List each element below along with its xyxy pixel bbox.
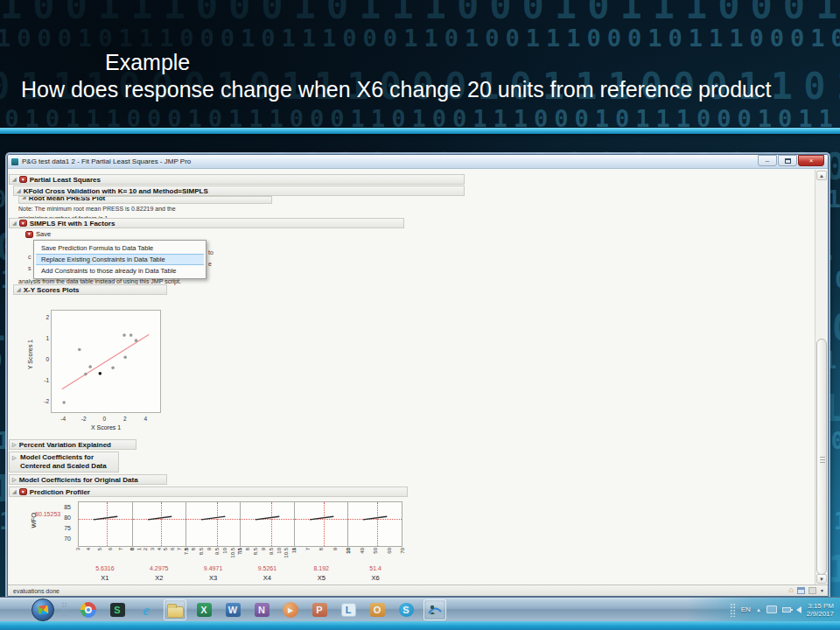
section-label: Prediction Profiler — [30, 488, 90, 496]
xy-scores-scatter[interactable] — [51, 310, 161, 413]
profiler-tick-cell: 7.588.599.51010.511 — [186, 548, 241, 564]
status-text: evaluations done — [13, 588, 60, 594]
y-tick-label: 0 — [46, 356, 49, 363]
window-titlebar[interactable]: P&G test data1 2 - Fit Partial Least Squ… — [8, 155, 828, 169]
profiler-x-tick-label: 5 — [163, 548, 168, 550]
word-icon[interactable]: W — [221, 599, 244, 620]
disclosure-closed-icon[interactable]: ▷ — [12, 477, 17, 482]
menu-item-highlighted[interactable]: Replace Existing Constraints in Data Tab… — [36, 254, 204, 265]
red-triangle-menu-icon[interactable]: ▼ — [19, 488, 27, 495]
save-menu-anchor[interactable]: ▼ Save — [25, 230, 51, 238]
scroll-down-button[interactable]: ▼ — [816, 574, 827, 584]
section-header-partial-least-squares[interactable]: ◢ ▼ Partial Least Squares — [9, 174, 465, 185]
volume-icon[interactable] — [796, 606, 802, 613]
section-header-root-mean-press-plot[interactable]: ◢ Root Mean PRESS Plot — [18, 196, 272, 204]
disclosure-open-icon[interactable]: ◢ — [12, 177, 17, 182]
language-indicator[interactable]: EN — [741, 606, 751, 613]
x-tick-label: -2 — [78, 416, 90, 422]
section-label: Root Mean PRESS Plot — [29, 196, 106, 202]
menu-item[interactable]: Save Prediction Formula to Data Table — [34, 242, 206, 254]
profiler-x-tick-label: 2 — [143, 548, 148, 550]
red-triangle-menu-icon[interactable]: ▼ — [25, 231, 33, 238]
clock[interactable]: 3:15 PM 2/9/2017 — [807, 602, 836, 618]
section-header-model-coeff-centered[interactable]: ▷ Model Coefficients for Centered and Sc… — [9, 452, 119, 472]
skype-icon[interactable]: S — [395, 599, 417, 620]
lync-icon[interactable]: L — [337, 599, 360, 620]
profiler-panel-x3[interactable] — [186, 501, 241, 547]
profiler-panel-x1[interactable] — [78, 501, 133, 547]
taskbar-grip — [61, 602, 67, 618]
profiler-tick-cell: 7.588.599.51010.511 — [240, 548, 294, 564]
minimize-button[interactable]: – — [758, 155, 777, 166]
profiler-current-value: 8.192 — [294, 565, 348, 571]
file-explorer-icon[interactable] — [164, 599, 186, 620]
profiler-factor-name: X2 — [132, 574, 186, 582]
system-tray: EN ▲ 3:15 PM 2/9/2017 — [730, 598, 840, 621]
profiler-response-value: 80.15253 — [35, 511, 60, 517]
profiler-panel-x5[interactable] — [294, 501, 349, 547]
maximize-button[interactable] — [778, 155, 797, 166]
home-icon[interactable]: ⌂ — [789, 586, 794, 594]
profiler-x-tick-label: 6 — [291, 548, 297, 550]
section-header-model-coeff-original[interactable]: ▷ Model Coefficients for Original Data — [9, 474, 167, 485]
internet-explorer-icon[interactable]: e — [135, 599, 158, 620]
onenote-icon[interactable]: N — [250, 599, 273, 620]
section-header-kfold[interactable]: ◢ KFold Cross Validation with K= 10 and … — [13, 186, 465, 196]
network-icon[interactable] — [766, 606, 777, 613]
save-context-menu: Save Prediction Formula to Data TableRep… — [33, 240, 206, 279]
profiler-panel-x6[interactable] — [347, 501, 402, 547]
media-player-icon[interactable]: ▶ — [279, 599, 302, 620]
disclosure-open-icon[interactable]: ◢ — [12, 489, 17, 494]
vertical-scrollbar[interactable]: ▲ ▼ — [815, 170, 827, 584]
red-triangle-menu-icon[interactable]: ▼ — [19, 220, 27, 227]
red-triangle-menu-icon[interactable]: ▼ — [19, 176, 27, 183]
window-icon[interactable] — [797, 587, 805, 594]
obscured-script-note: analysis from the data table instead of … — [18, 278, 181, 284]
menu-item[interactable]: Add Constraints to those already in Data… — [34, 265, 206, 276]
profiler-x-tick-label: 8.5 — [253, 548, 258, 555]
clock-time: 3:15 PM — [807, 602, 834, 610]
section-header-xy-scores-plots[interactable]: ◢ X-Y Scores Plots — [13, 284, 167, 295]
battery-icon[interactable] — [782, 607, 791, 612]
profiler-x-ticks: 3456780123456787.588.599.51010.5117.588.… — [78, 548, 402, 564]
profiler-trace — [348, 502, 402, 546]
profiler-x-tick-label: 50 — [373, 548, 378, 554]
scrollbar-thumb[interactable] — [816, 339, 827, 575]
green-s-app-icon[interactable]: S — [106, 599, 129, 620]
profiler-panel-x2[interactable] — [132, 501, 187, 547]
obscured-text-fragment: e — [208, 261, 212, 267]
disclosure-closed-icon[interactable]: ▷ — [12, 455, 17, 460]
profiler-panels — [78, 501, 402, 547]
section-label: Model Coefficients for Original Data — [19, 476, 138, 484]
profiler-panel-x4[interactable] — [240, 501, 295, 547]
profiler-factor-name: X5 — [294, 574, 348, 582]
profiler-tick-cell: 012345678 — [132, 548, 186, 564]
profiler-factor-name: X4 — [240, 574, 294, 582]
taskbar: S e X W N ▶ P L O S EN ▲ 3:15 PM 2 — [0, 597, 840, 621]
layout-box-icon[interactable] — [808, 587, 816, 594]
show-hidden-icons-button[interactable]: ▲ — [756, 607, 761, 612]
profiler-x-tick-label: 7.5 — [184, 548, 189, 555]
disclosure-open-icon[interactable]: ◢ — [17, 188, 21, 193]
disclosure-closed-icon[interactable]: ▷ — [12, 442, 17, 447]
excel-icon[interactable]: X — [192, 599, 215, 620]
close-button[interactable]: × — [798, 155, 824, 166]
profiler-factor-name: X3 — [186, 574, 241, 582]
start-button[interactable] — [32, 598, 54, 621]
disclosure-open-icon[interactable]: ◢ — [12, 220, 17, 226]
section-label: SIMPLS Fit with 1 Factors — [30, 220, 116, 228]
profiler-trace — [186, 502, 240, 546]
profiler-x-tick-label: 9 — [206, 548, 212, 550]
scroll-up-button[interactable]: ▲ — [816, 171, 827, 180]
section-header-percent-variation[interactable]: ▷ Percent Variation Explained — [9, 439, 136, 450]
powerpoint-icon[interactable]: P — [308, 599, 331, 620]
status-dropdown-icon[interactable]: ▼ — [820, 588, 824, 593]
disclosure-open-icon[interactable]: ◢ — [22, 196, 26, 200]
outlook-icon[interactable]: O — [366, 599, 388, 620]
jmp-taskbar-icon[interactable] — [424, 599, 446, 620]
maximize-icon — [785, 158, 791, 164]
chrome-icon[interactable] — [77, 599, 100, 620]
disclosure-open-icon[interactable]: ◢ — [17, 287, 21, 292]
section-header-prediction-profiler[interactable]: ◢ ▼ Prediction Profiler — [9, 486, 408, 497]
section-header-simpls-fit[interactable]: ◢ ▼ SIMPLS Fit with 1 Factors — [9, 218, 404, 228]
